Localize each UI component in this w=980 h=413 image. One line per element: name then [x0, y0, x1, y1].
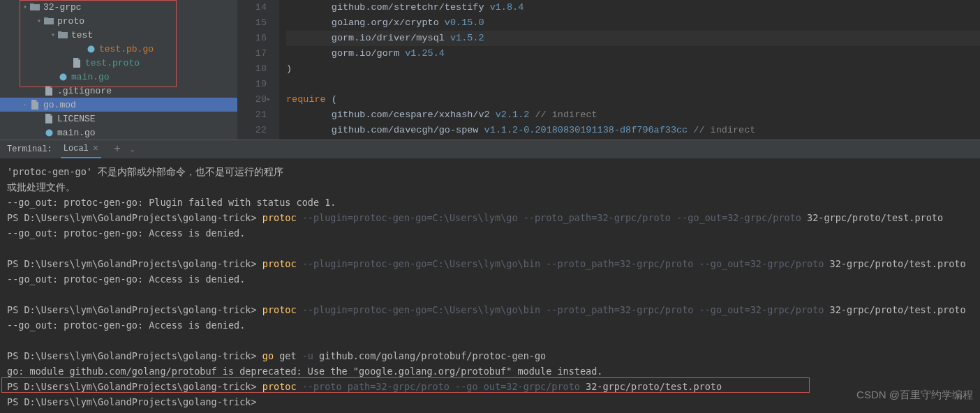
terminal-line: go: module github.com/golang/protobuf is…: [7, 363, 973, 379]
terminal-line: 或批处理文件。: [7, 179, 973, 195]
terminal-line: PS D:\Users\lym\GolandProjects\golang-tr…: [7, 379, 973, 394]
code-line[interactable]: github.com/stretchr/testify v1.8.4: [286, 0, 980, 15]
terminal-header: Terminal: Local × + ⌄: [0, 140, 980, 158]
close-icon[interactable]: ×: [93, 143, 98, 154]
svg-point-1: [59, 73, 66, 80]
tree-label: main.go: [57, 128, 96, 138]
proto-icon: [43, 85, 54, 96]
code-line[interactable]: ▸require (: [286, 92, 980, 107]
terminal-line: PS D:\Users\lym\GolandProjects\golang-tr…: [7, 302, 973, 317]
terminal-tab-local[interactable]: Local ×: [61, 140, 101, 158]
tree-item-proto[interactable]: ▾proto: [0, 14, 237, 28]
tree-label: .gitignore: [57, 86, 112, 96]
chevron-down-icon[interactable]: ⌄: [131, 145, 135, 153]
tree-item-go-mod[interactable]: ▸go.mod: [0, 98, 237, 112]
go-icon: [43, 127, 54, 138]
code-line[interactable]: gorm.io/gorm v1.25.4: [286, 46, 980, 61]
terminal-title: Terminal:: [7, 144, 52, 154]
terminal-line: [7, 333, 973, 348]
tree-label: test.proto: [85, 58, 140, 68]
folder-icon: [43, 15, 54, 27]
code-line[interactable]: ): [286, 61, 980, 77]
tree-item-32-grpc[interactable]: ▾32-grpc: [0, 0, 237, 14]
svg-point-2: [45, 129, 52, 136]
folder-icon: [57, 29, 68, 40]
terminal-line: --go_out: protoc-gen-go: Access is denie…: [7, 225, 973, 241]
tree-item-main-go[interactable]: main.go: [0, 70, 237, 84]
terminal-line: --go_out: protoc-gen-go: Plugin failed w…: [7, 195, 973, 210]
terminal-line: PS D:\Users\lym\GolandProjects\golang-tr…: [7, 348, 973, 363]
terminal-tab-label: Local: [64, 144, 89, 153]
terminal-line: --go_out: protoc-gen-go: Access is denie…: [7, 271, 973, 287]
tree-label: main.go: [71, 72, 110, 82]
svg-point-0: [87, 45, 94, 52]
tree-item-main-go[interactable]: main.go: [0, 126, 237, 140]
terminal-line: PS D:\Users\lym\GolandProjects\golang-tr…: [7, 210, 973, 225]
code-line[interactable]: [286, 77, 980, 92]
terminal-panel: Terminal: Local × + ⌄ 'protoc-gen-go' 不是…: [0, 140, 980, 413]
tree-item-test[interactable]: ▾test: [0, 28, 237, 42]
tree-label: 32-grpc: [43, 2, 82, 13]
tree-label: LICENSE: [57, 114, 96, 124]
terminal-line: PS D:\Users\lym\GolandProjects\golang-tr…: [7, 256, 973, 271]
tree-arrow-icon[interactable]: ▾: [35, 17, 43, 25]
folder-icon: [29, 1, 40, 13]
terminal-line: [7, 241, 973, 256]
terminal-line: [7, 287, 973, 302]
terminal-line: --go_out: protoc-gen-go: Access is denie…: [7, 317, 973, 333]
tree-label: go.mod: [43, 100, 76, 110]
terminal-line: PS D:\Users\lym\GolandProjects\golang-tr…: [7, 394, 973, 410]
code-line[interactable]: github.com/davecgh/go-spew v1.1.2-0.2018…: [286, 123, 980, 138]
code-line[interactable]: golang.org/x/crypto v0.15.0: [286, 15, 980, 31]
tree-item-LICENSE[interactable]: LICENSE: [0, 112, 237, 126]
plus-icon[interactable]: +: [114, 143, 121, 156]
tree-label: proto: [57, 16, 84, 27]
code-editor[interactable]: 141516171819202122 github.com/stretchr/t…: [237, 0, 980, 140]
terminal-output[interactable]: 'protoc-gen-go' 不是内部或外部命令，也不是可运行的程序或批处理文…: [0, 158, 980, 413]
proto-icon: [43, 113, 54, 124]
code-line[interactable]: gorm.io/driver/mysql v1.5.2: [286, 31, 980, 46]
editor-gutter: 141516171819202122: [237, 0, 279, 140]
tree-arrow-icon[interactable]: ▸: [21, 100, 29, 109]
project-tree[interactable]: ▾32-grpc▾proto▾testtest.pb.gotest.protom…: [0, 0, 237, 140]
tree-item--gitignore[interactable]: .gitignore: [0, 84, 237, 98]
watermark: CSDN @百里守约学编程: [856, 389, 973, 402]
code-line[interactable]: github.com/cespare/xxhash/v2 v2.1.2 // i…: [286, 107, 980, 123]
editor-content[interactable]: github.com/stretchr/testify v1.8.4 golan…: [279, 0, 980, 140]
proto-icon: [29, 99, 40, 110]
terminal-line: 'protoc-gen-go' 不是内部或外部命令，也不是可运行的程序: [7, 164, 973, 179]
tree-item-test-proto[interactable]: test.proto: [0, 56, 237, 70]
tree-item-test-pb-go[interactable]: test.pb.go: [0, 42, 237, 56]
tree-label: test: [71, 30, 93, 40]
go-icon: [57, 71, 68, 82]
tree-arrow-icon[interactable]: ▾: [21, 3, 29, 11]
tree-label: test.pb.go: [99, 44, 154, 54]
tree-arrow-icon[interactable]: ▾: [49, 31, 57, 39]
proto-icon: [71, 57, 82, 68]
go-icon: [85, 43, 96, 54]
